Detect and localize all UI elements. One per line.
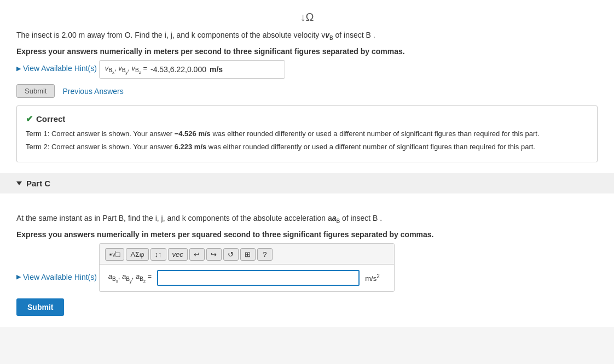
part-c-toolbar: ▪√□ ΑΣφ ↕↑ vec ↩ ↪ (100, 244, 394, 265)
toolbar-reset-btn[interactable]: ↺ (223, 248, 239, 261)
part-b-problem-text: The insect is 2.00 m away from O. Find t… (16, 29, 598, 43)
part-c-label: Part C (26, 179, 50, 188)
part-b-submit-button[interactable]: Submit (16, 84, 55, 98)
answer-unit: m/s (210, 65, 223, 74)
part-c-submit-row: Submit (16, 298, 598, 316)
redo-icon: ↪ (211, 250, 217, 259)
check-icon: ✔ (26, 114, 33, 124)
part-b-submit-row: Submit Previous Answers (16, 84, 598, 98)
toolbar-keyboard-btn[interactable]: ⊞ (240, 248, 256, 261)
term1-value: −4.526 m/s (175, 130, 211, 138)
undo-icon: ↩ (194, 250, 200, 259)
toolbar-vec-btn[interactable]: vec (168, 248, 188, 261)
part-c-instruction: Express you answers numerically in meter… (16, 230, 598, 239)
vec-label: vec (172, 250, 183, 259)
correct-term-2: Term 2: Correct answer is shown. Your an… (26, 142, 588, 152)
toolbar-undo-btn[interactable]: ↩ (189, 248, 205, 261)
toolbar-redo-btn[interactable]: ↪ (206, 248, 222, 261)
part-c-input-container: ▪√□ ΑΣφ ↕↑ vec ↩ ↪ (99, 243, 395, 292)
keyboard-icon: ⊞ (245, 250, 251, 259)
matrix-icon: ▪√□ (109, 250, 120, 259)
part-c-unit: m/s2 (365, 273, 380, 283)
part-c-header: Part C (16, 179, 598, 188)
toolbar-symbols-btn[interactable]: ΑΣφ (126, 248, 148, 261)
correct-header: ✔ Correct (26, 114, 588, 124)
part-c-answer-input[interactable] (157, 270, 360, 286)
collapse-icon (16, 181, 22, 185)
part-c-hint-link[interactable]: ▶ View Available Hint(s) (16, 273, 97, 281)
correct-feedback-box: ✔ Correct Term 1: Correct answer is show… (16, 105, 598, 162)
page-container: ↓Ω The insect is 2.00 m away from O. Fin… (0, 0, 614, 327)
arrows-icon: ↕↑ (155, 250, 162, 259)
part-b-instruction: Express your answers numerically in mete… (16, 47, 598, 56)
answer-value: -4.53,6.22,0.000 (150, 65, 206, 74)
help-label: ? (263, 250, 267, 259)
toolbar-help-btn[interactable]: ? (257, 248, 273, 261)
part-c-hint-label: View Available Hint(s) (23, 273, 97, 281)
reset-icon: ↺ (228, 250, 234, 259)
part-c-section-header: Part C (0, 173, 614, 193)
part-c-submit-button[interactable]: Submit (16, 298, 64, 316)
correct-label: Correct (36, 114, 65, 124)
correct-term-1: Term 1: Correct answer is shown. Your an… (26, 128, 588, 139)
top-icon: ↓Ω (16, 11, 598, 24)
answer-label: vBx, vBy, vBz = (105, 64, 147, 75)
part-c-hint-arrow-icon: ▶ (16, 273, 21, 280)
previous-answers-link[interactable]: Previous Answers (62, 87, 123, 96)
symbols-label: ΑΣφ (130, 250, 144, 259)
part-c-problem-text: At the same instant as in Part B, find t… (16, 212, 598, 226)
toolbar-arrows-btn[interactable]: ↕↑ (150, 248, 166, 261)
term2-value: 6.223 m/s (175, 143, 207, 151)
part-c-input-area: aBx, aBy, aBz = m/s2 (100, 265, 394, 291)
toolbar-matrix-btn[interactable]: ▪√□ (105, 248, 125, 261)
part-c-content: At the same instant as in Part B, find t… (16, 203, 598, 316)
hint-label: View Available Hint(s) (23, 64, 97, 73)
part-b-answer-box: vBx, vBy, vBz = -4.53,6.22,0.000 m/s (99, 60, 285, 79)
part-b-hint-link[interactable]: ▶ View Available Hint(s) (16, 64, 97, 73)
hint-arrow-icon: ▶ (16, 65, 21, 72)
part-c-input-label: aBx, aBy, aBz = (108, 272, 152, 284)
